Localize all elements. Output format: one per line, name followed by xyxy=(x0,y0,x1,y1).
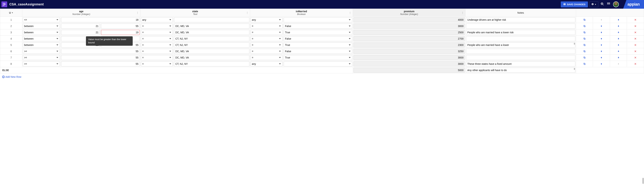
married-value-select[interactable]: TrueFalse xyxy=(284,30,352,35)
premium-input[interactable] xyxy=(354,55,465,60)
premium-input[interactable] xyxy=(354,61,465,66)
column-menu-ismarried[interactable]: ⋮ xyxy=(349,11,351,14)
settings-menu-button[interactable]: ▼ xyxy=(589,2,598,7)
married-value-select[interactable]: TrueFalse xyxy=(284,24,352,29)
move-down-button[interactable] xyxy=(610,36,627,42)
premium-input[interactable] xyxy=(354,17,465,22)
state-value-input[interactable] xyxy=(174,24,249,29)
delete-row-button[interactable] xyxy=(627,23,644,29)
move-up-button[interactable] xyxy=(593,29,610,36)
age-value-input[interactable] xyxy=(61,49,140,54)
move-up-button[interactable] xyxy=(593,36,610,42)
age-value-input[interactable] xyxy=(61,55,140,60)
move-up-button[interactable] xyxy=(593,42,610,48)
move-up-button[interactable] xyxy=(593,55,610,61)
column-menu-premium[interactable]: ⋮ xyxy=(461,11,464,14)
married-operator-select[interactable]: <=between>==any xyxy=(250,49,282,54)
delete-row-button[interactable] xyxy=(627,42,644,48)
married-value-select[interactable]: TrueFalse xyxy=(284,36,352,41)
state-value-input[interactable] xyxy=(174,30,249,35)
notes-input[interactable] xyxy=(466,49,575,54)
move-down-button[interactable] xyxy=(610,29,627,36)
age-operator-select[interactable]: <=between>==any xyxy=(23,17,60,22)
duplicate-row-button[interactable] xyxy=(576,61,593,67)
state-value-input[interactable] xyxy=(174,36,249,41)
state-value-input[interactable] xyxy=(174,55,249,60)
married-value-select[interactable]: TrueFalse xyxy=(284,17,352,22)
state-value-input[interactable] xyxy=(174,61,249,66)
duplicate-row-button[interactable] xyxy=(576,48,593,54)
duplicate-row-button[interactable] xyxy=(576,29,593,36)
duplicate-row-button[interactable] xyxy=(576,36,593,42)
state-value-input[interactable] xyxy=(174,17,249,22)
married-value-select[interactable]: TrueFalse xyxy=(284,61,352,66)
duplicate-row-button[interactable] xyxy=(576,17,593,23)
app-grid-button[interactable] xyxy=(606,2,611,7)
delete-row-button[interactable] xyxy=(627,17,644,23)
move-up-button[interactable] xyxy=(593,23,610,29)
married-value-select[interactable]: TrueFalse xyxy=(284,49,352,54)
married-operator-select[interactable]: <=between>==any xyxy=(250,17,282,22)
notes-input[interactable] xyxy=(466,30,575,35)
age-upper-input[interactable] xyxy=(101,24,140,29)
married-operator-select[interactable]: <=between>==any xyxy=(250,24,282,29)
notes-input[interactable] xyxy=(466,24,575,29)
state-value-input[interactable] xyxy=(174,49,249,54)
age-operator-select[interactable]: <=between>==any xyxy=(23,55,60,60)
duplicate-row-button[interactable] xyxy=(576,42,593,48)
column-menu-state[interactable]: ⋮ xyxy=(246,11,248,14)
state-operator-select[interactable]: <=between>==any xyxy=(141,30,173,35)
delete-row-button[interactable] xyxy=(627,48,644,54)
global-search-button[interactable] xyxy=(600,2,605,7)
move-up-button[interactable] xyxy=(593,48,610,54)
notes-input[interactable] xyxy=(466,55,575,60)
age-lower-input[interactable] xyxy=(61,30,100,35)
married-value-select[interactable]: TrueFalse xyxy=(284,43,352,48)
premium-input[interactable] xyxy=(354,49,465,54)
notes-input[interactable] xyxy=(466,68,575,73)
delete-row-button[interactable] xyxy=(627,55,644,61)
user-avatar[interactable] xyxy=(613,2,619,7)
move-down-button[interactable] xyxy=(610,42,627,48)
delete-row-button[interactable] xyxy=(627,36,644,42)
notes-input[interactable] xyxy=(466,43,575,48)
state-operator-select[interactable]: <=between>==any xyxy=(141,43,173,48)
save-button[interactable]: SAVE CHANGES xyxy=(561,2,588,7)
add-row-link[interactable]: + Add New Row xyxy=(2,75,22,78)
state-operator-select[interactable]: <=between>==any xyxy=(141,36,173,41)
premium-input[interactable] xyxy=(354,24,465,29)
hit-policy-header[interactable]: U▼ xyxy=(0,9,22,17)
age-value-input[interactable] xyxy=(61,17,140,22)
age-operator-select[interactable]: <=between>==any xyxy=(23,30,60,35)
delete-row-button[interactable] xyxy=(627,29,644,36)
state-operator-select[interactable]: <=between>==any xyxy=(141,49,173,54)
married-operator-select[interactable]: <=between>==any xyxy=(250,36,282,41)
age-operator-select[interactable]: <=between>==any xyxy=(23,49,60,54)
married-operator-select[interactable]: <=between>==any xyxy=(250,43,282,48)
married-operator-select[interactable]: <=between>==any xyxy=(250,30,282,35)
age-value-input[interactable] xyxy=(61,61,140,66)
state-operator-select[interactable]: <=between>==any xyxy=(141,55,173,60)
age-operator-select[interactable]: <=between>==any xyxy=(23,36,60,41)
age-operator-select[interactable]: <=between>==any xyxy=(23,24,60,29)
notes-input[interactable] xyxy=(466,36,575,41)
premium-input[interactable] xyxy=(354,30,465,35)
premium-input[interactable] xyxy=(354,68,465,73)
move-down-button[interactable] xyxy=(610,23,627,29)
state-value-input[interactable] xyxy=(174,43,249,48)
move-up-button[interactable] xyxy=(593,61,610,67)
move-down-button[interactable] xyxy=(610,17,627,23)
notes-input[interactable] xyxy=(466,17,575,22)
age-operator-select[interactable]: <=between>==any xyxy=(23,43,60,48)
state-operator-select[interactable]: <=between>==any xyxy=(141,61,173,66)
premium-input[interactable] xyxy=(354,43,465,48)
state-operator-select[interactable]: <=between>==any xyxy=(141,17,173,22)
married-operator-select[interactable]: <=between>==any xyxy=(250,61,282,66)
married-operator-select[interactable]: <=between>==any xyxy=(250,55,282,60)
age-upper-input[interactable] xyxy=(101,30,140,35)
move-down-button[interactable] xyxy=(610,48,627,54)
delete-row-button[interactable] xyxy=(627,61,644,67)
notes-input[interactable] xyxy=(466,61,575,66)
age-operator-select[interactable]: <=between>==any xyxy=(23,61,60,66)
married-value-select[interactable]: TrueFalse xyxy=(284,55,352,60)
